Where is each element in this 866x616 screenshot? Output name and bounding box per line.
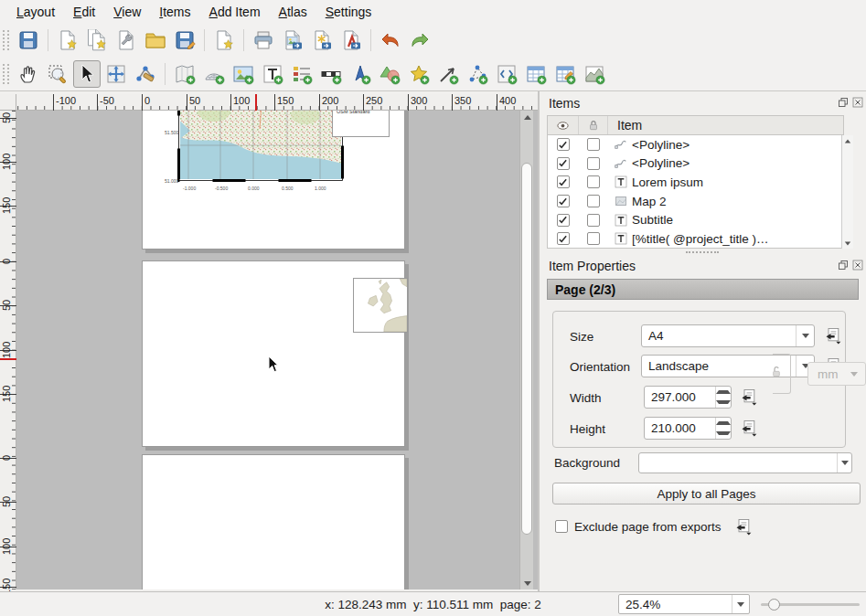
legend-item[interactable]: Legend World Map OSM Standard	[332, 111, 390, 137]
zoom-button[interactable]	[44, 60, 71, 88]
page-1[interactable]: 51.500 51.000 -1.000 -0.500 0.000 0.500 …	[142, 111, 405, 250]
menu-settings[interactable]: Settings	[316, 2, 381, 22]
items-panel-close-button[interactable]	[851, 96, 863, 108]
lock-checkbox[interactable]	[587, 232, 600, 245]
add-elevation-profile-button[interactable]	[581, 60, 608, 88]
menu-add-item[interactable]: Add Item	[200, 2, 270, 22]
width-override-button[interactable]	[738, 387, 760, 407]
item-row[interactable]: Map 2	[548, 192, 843, 211]
unlock-ratio-icon[interactable]	[769, 365, 784, 379]
menu-view[interactable]: View	[104, 2, 150, 22]
add-attribute-table-button[interactable]	[522, 60, 550, 88]
slider-handle[interactable]	[768, 599, 780, 611]
properties-panel-close-button[interactable]	[851, 259, 863, 271]
edit-nodes-item-button[interactable]	[132, 60, 159, 88]
add-html-button[interactable]	[493, 60, 520, 88]
print-layout-button[interactable]	[250, 27, 277, 54]
item-row[interactable]: Subtitle	[548, 210, 843, 229]
scroll-up-button[interactable]	[520, 111, 534, 123]
add-label-button[interactable]	[259, 60, 286, 88]
lock-checkbox[interactable]	[587, 138, 600, 151]
add-shape-button[interactable]	[376, 60, 403, 88]
item-row[interactable]: <Polyline>	[548, 135, 843, 154]
visibility-checkbox[interactable]	[557, 232, 570, 245]
properties-panel-float-button[interactable]	[837, 259, 849, 271]
check-icon	[558, 158, 568, 168]
new-layout-button[interactable]	[54, 27, 81, 54]
lock-checkbox[interactable]	[587, 214, 600, 227]
page-2[interactable]	[142, 260, 405, 447]
scrollbar-thumb[interactable]	[521, 163, 532, 535]
toolbar-separator	[204, 29, 205, 51]
size-override-button[interactable]	[822, 325, 844, 345]
item-row[interactable]: <Polyline>	[548, 154, 843, 174]
lock-checkbox[interactable]	[587, 175, 600, 188]
item-properties-panel-title: Item Properties	[549, 259, 636, 273]
layout-canvas[interactable]: 51.500 51.000 -1.000 -0.500 0.000 0.500 …	[16, 111, 538, 589]
add-north-arrow-button[interactable]	[347, 60, 374, 88]
add-arrow-button[interactable]	[434, 60, 462, 88]
zoom-level-combobox[interactable]: 25.4%	[618, 594, 750, 614]
zoom-slider[interactable]	[761, 594, 860, 614]
export-as-svg-button[interactable]	[308, 27, 336, 54]
export-as-image-button[interactable]	[279, 27, 306, 54]
add-scale-bar-button[interactable]	[317, 60, 345, 88]
visibility-checkbox[interactable]	[557, 138, 570, 151]
visibility-checkbox[interactable]	[557, 214, 570, 227]
exclude-page-label: Exclude page from exports	[574, 520, 722, 534]
spin-arrows[interactable]	[715, 387, 731, 408]
export-as-pdf-button[interactable]	[337, 27, 365, 54]
move-item-content-button[interactable]	[102, 60, 130, 88]
lock-checkbox[interactable]	[587, 157, 600, 170]
map-item[interactable]	[177, 111, 344, 182]
items-properties-splitter[interactable]	[686, 251, 719, 255]
height-spinbox[interactable]: 210.000	[644, 417, 732, 440]
menu-items[interactable]: Items	[150, 2, 199, 22]
height-override-button[interactable]	[738, 418, 760, 438]
add-picture-button[interactable]	[230, 60, 257, 88]
add-map-button[interactable]	[171, 60, 198, 88]
select-move-item-button[interactable]	[73, 60, 101, 88]
add-node-item-button[interactable]	[464, 60, 491, 88]
visibility-checkbox[interactable]	[557, 175, 570, 188]
item-row[interactable]: Lorem ipsum	[548, 173, 843, 192]
add-fixed-table-button[interactable]	[551, 60, 579, 88]
item-row[interactable]: [%title( @project_title )…	[548, 229, 843, 249]
exclude-page-checkbox[interactable]	[555, 520, 568, 533]
lock-checkbox[interactable]	[587, 195, 600, 207]
toolbar-drag-handle[interactable]	[3, 64, 9, 84]
exclude-override-button[interactable]	[732, 516, 754, 536]
add-3d-map-button[interactable]	[200, 60, 228, 88]
float-icon	[838, 97, 849, 108]
size-combobox[interactable]: A4	[641, 324, 815, 347]
pan-layout-button[interactable]	[15, 60, 42, 88]
menu-layout[interactable]: Layout	[7, 2, 64, 22]
save-as-template-button[interactable]	[171, 27, 198, 54]
scroll-down-button[interactable]	[520, 577, 534, 589]
apply-to-all-pages-button[interactable]: Apply to all Pages	[552, 483, 861, 504]
visibility-checkbox[interactable]	[557, 195, 570, 207]
map2-item[interactable]	[353, 278, 408, 333]
layout-manager-button[interactable]	[112, 27, 140, 54]
canvas-vertical-scrollbar[interactable]	[519, 111, 533, 589]
scroll-down-button[interactable]	[842, 238, 853, 249]
scroll-up-button[interactable]	[842, 135, 853, 146]
add-marker-button[interactable]	[405, 60, 433, 88]
add-items-from-template-button[interactable]	[210, 27, 238, 54]
spin-arrows[interactable]	[715, 418, 731, 439]
width-spinbox[interactable]: 297.000	[644, 386, 732, 409]
open-button[interactable]	[142, 27, 169, 54]
toolbar-drag-handle[interactable]	[3, 30, 9, 50]
page-3[interactable]	[142, 454, 405, 589]
duplicate-layout-button[interactable]	[83, 27, 111, 54]
items-list-scrollbar[interactable]	[841, 135, 853, 249]
visibility-checkbox[interactable]	[557, 157, 570, 170]
background-color-button[interactable]	[638, 452, 852, 473]
menu-atlas[interactable]: Atlas	[270, 2, 316, 22]
items-panel-float-button[interactable]	[837, 96, 849, 108]
add-legend-button[interactable]	[288, 60, 315, 88]
menu-edit[interactable]: Edit	[64, 2, 104, 22]
undo-button[interactable]	[377, 27, 404, 54]
redo-button[interactable]	[406, 27, 433, 54]
save-project-button[interactable]	[15, 27, 42, 54]
